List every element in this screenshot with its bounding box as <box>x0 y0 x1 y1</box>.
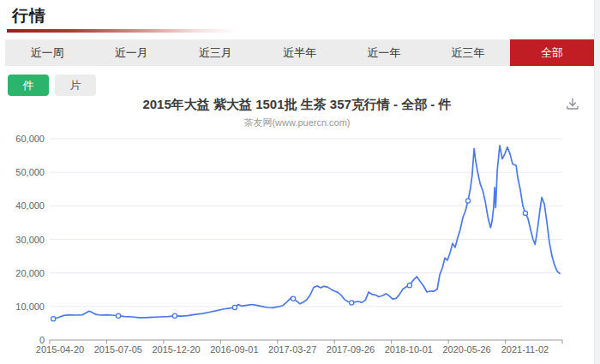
x-axis-tick-label: 2015-04-20 <box>36 344 84 355</box>
x-axis-tick-label: 2015-12-20 <box>152 344 200 355</box>
tab-all[interactable]: 全部 <box>510 39 594 66</box>
price-line <box>53 146 560 319</box>
unit-toggle-group: 件片 <box>8 75 96 96</box>
y-axis-tick-label: 10,000 <box>15 301 45 312</box>
time-range-tab-bar: 近一周近一月近三月近半年近一年近三年全部 <box>5 39 594 66</box>
page-header: 行情 <box>12 5 237 33</box>
data-point-marker <box>232 305 237 309</box>
data-point-marker <box>407 283 411 288</box>
title-underline-decoration <box>7 29 237 33</box>
y-axis-tick-label: 30,000 <box>15 235 45 245</box>
x-axis-tick-label: 2017-09-26 <box>327 344 375 355</box>
page-right-gutter <box>594 0 600 364</box>
x-axis-tick-label: 2020-05-26 <box>442 344 490 355</box>
download-icon[interactable] <box>563 95 582 114</box>
data-point-marker <box>51 317 56 321</box>
market-page: 行情 近一周近一月近三月近半年近一年近三年全部 件片 2015年大益 紫大益 1… <box>0 0 600 364</box>
x-axis-tick-label: 2017-03-27 <box>268 344 316 355</box>
tab-last-month[interactable]: 近一月 <box>89 39 173 66</box>
tab-last-3-years[interactable]: 近三年 <box>426 39 510 66</box>
chart-title: 2015年大益 紫大益 1501批 生茶 357克行情 - 全部 - 件 <box>0 97 594 113</box>
x-axis-tick-label: 2021-11-02 <box>501 344 549 355</box>
x-axis-tick-label: 2018-10-01 <box>385 344 433 355</box>
tab-last-3-months[interactable]: 近三月 <box>173 39 257 66</box>
data-point-marker <box>350 301 354 305</box>
data-point-marker <box>291 296 296 301</box>
tab-last-year[interactable]: 近一年 <box>342 39 426 66</box>
unit-button-jian[interactable]: 件 <box>8 75 49 96</box>
tab-last-6-months[interactable]: 近半年 <box>257 39 341 66</box>
y-axis-tick-label: 40,000 <box>15 200 45 211</box>
page-title: 行情 <box>12 5 237 27</box>
tab-last-week[interactable]: 近一周 <box>5 39 89 66</box>
chart-subtitle: 茶友网(www.puercn.com) <box>0 116 594 129</box>
x-axis-tick-label: 2015-07-05 <box>94 344 142 355</box>
price-chart-svg: 010,00020,00030,00040,00050,00060,000201… <box>0 128 600 364</box>
y-axis-tick-label: 20,000 <box>15 268 45 278</box>
data-point-marker <box>172 313 177 318</box>
y-axis-tick-label: 60,000 <box>15 134 45 144</box>
data-point-marker <box>523 211 527 215</box>
data-point-marker <box>117 313 121 318</box>
unit-button-pian[interactable]: 片 <box>55 75 96 96</box>
y-axis-tick-label: 50,000 <box>15 167 45 177</box>
x-axis-tick-label: 2016-09-01 <box>210 344 258 355</box>
data-point-marker <box>465 199 470 203</box>
